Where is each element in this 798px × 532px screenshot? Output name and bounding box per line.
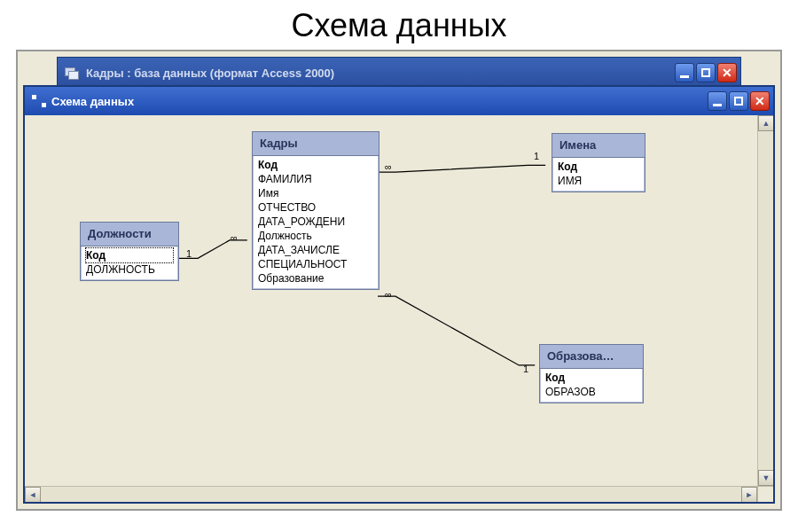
relation-cardinality: ∞ <box>385 289 392 300</box>
db-window-titlebar: Кадры : база данных (формат Access 2000)… <box>57 57 741 89</box>
db-window-title: Кадры : база данных (формат Access 2000) <box>86 66 334 80</box>
close-icon: ✕ <box>722 66 732 79</box>
relation-cardinality: 1 <box>523 364 528 374</box>
scrollbar-corner <box>757 486 773 502</box>
field-item[interactable]: Код <box>545 371 638 385</box>
chevron-right-icon: ► <box>746 490 754 499</box>
field-item[interactable]: Код <box>558 160 639 174</box>
relation-cardinality: ∞ <box>385 161 392 172</box>
scrollbar-track[interactable] <box>758 131 773 470</box>
field-item[interactable]: ДОЛЖНОСТЬ <box>86 262 173 277</box>
field-item[interactable]: ДАТА_РОЖДЕНИ <box>258 215 373 229</box>
field-item[interactable]: ОБРАЗОВ <box>545 385 638 399</box>
table-header[interactable]: Имена <box>552 134 645 158</box>
field-item[interactable]: ОТЧЕСТВО <box>258 200 373 215</box>
field-item[interactable]: СПЕЦИАЛЬНОСТ <box>258 257 373 271</box>
chevron-up-icon: ▲ <box>763 119 771 128</box>
schema-titlebar[interactable]: Схема данных ✕ <box>25 87 773 115</box>
relation-cardinality: 1 <box>534 151 539 161</box>
page-title: Схема данных <box>0 0 798 50</box>
table-imena[interactable]: Имена Код ИМЯ <box>552 133 645 192</box>
outer-frame: Кадры : база данных (формат Access 2000)… <box>16 50 782 511</box>
table-header[interactable]: Должности <box>81 223 178 246</box>
maximize-icon <box>701 68 710 77</box>
scroll-down-button[interactable]: ▼ <box>758 470 773 486</box>
field-item[interactable]: Образование <box>258 271 373 286</box>
maximize-button[interactable] <box>729 91 748 111</box>
schema-window-title: Схема данных <box>51 95 134 108</box>
relation-cardinality: 1 <box>186 248 192 259</box>
table-dolzhnosti[interactable]: Должности Код ДОЛЖНОСТЬ <box>80 222 179 281</box>
table-obrazova[interactable]: Образова… Код ОБРАЗОВ <box>539 344 644 403</box>
chevron-down-icon: ▼ <box>763 473 771 482</box>
field-item[interactable]: Код <box>86 248 173 262</box>
field-item[interactable]: Имя <box>258 186 373 200</box>
close-button[interactable]: ✕ <box>717 63 737 82</box>
table-fields: Код ФАМИЛИЯ Имя ОТЧЕСТВО ДАТА_РОЖДЕНИ До… <box>253 156 379 289</box>
minimize-button[interactable] <box>708 91 727 111</box>
horizontal-scrollbar[interactable]: ◄ ► <box>25 486 757 502</box>
scrollbar-track[interactable] <box>41 487 741 502</box>
maximize-button[interactable] <box>696 63 716 82</box>
table-header[interactable]: Кадры <box>253 132 379 156</box>
schema-body: 1 ∞ ∞ 1 ∞ 1 Должности Код ДОЛЖНОСТЬ Кадр… <box>25 115 773 502</box>
minimize-icon <box>713 104 722 106</box>
field-item[interactable]: ИМЯ <box>558 174 639 188</box>
table-fields: Код ДОЛЖНОСТЬ <box>81 246 178 280</box>
relationships-canvas[interactable]: 1 ∞ ∞ 1 ∞ 1 Должности Код ДОЛЖНОСТЬ Кадр… <box>25 115 757 486</box>
table-header[interactable]: Образова… <box>540 345 643 369</box>
relation-cardinality: ∞ <box>231 232 238 243</box>
field-item[interactable]: ФАМИЛИЯ <box>258 172 373 186</box>
scroll-right-button[interactable]: ► <box>741 487 757 502</box>
schema-window: Схема данных ✕ 1 ∞ ∞ 1 ∞ <box>23 85 775 504</box>
table-fields: Код ОБРАЗОВ <box>540 369 643 403</box>
minimize-icon <box>680 75 689 78</box>
chevron-left-icon: ◄ <box>29 490 37 499</box>
table-fields: Код ИМЯ <box>552 158 645 192</box>
scroll-up-button[interactable]: ▲ <box>758 115 773 131</box>
relationships-icon <box>32 95 46 107</box>
field-item[interactable]: Должность <box>258 229 373 243</box>
field-item[interactable]: ДАТА_ЗАЧИСЛЕ <box>258 243 373 257</box>
scroll-left-button[interactable]: ◄ <box>25 487 41 502</box>
vertical-scrollbar[interactable]: ▲ ▼ <box>757 115 773 486</box>
close-icon: ✕ <box>755 95 765 107</box>
close-button[interactable]: ✕ <box>750 91 770 111</box>
maximize-icon <box>734 97 743 106</box>
database-icon <box>65 66 81 80</box>
field-item[interactable]: Код <box>258 158 373 172</box>
table-kadry[interactable]: Кадры Код ФАМИЛИЯ Имя ОТЧЕСТВО ДАТА_РОЖД… <box>252 131 379 290</box>
minimize-button[interactable] <box>675 63 694 82</box>
